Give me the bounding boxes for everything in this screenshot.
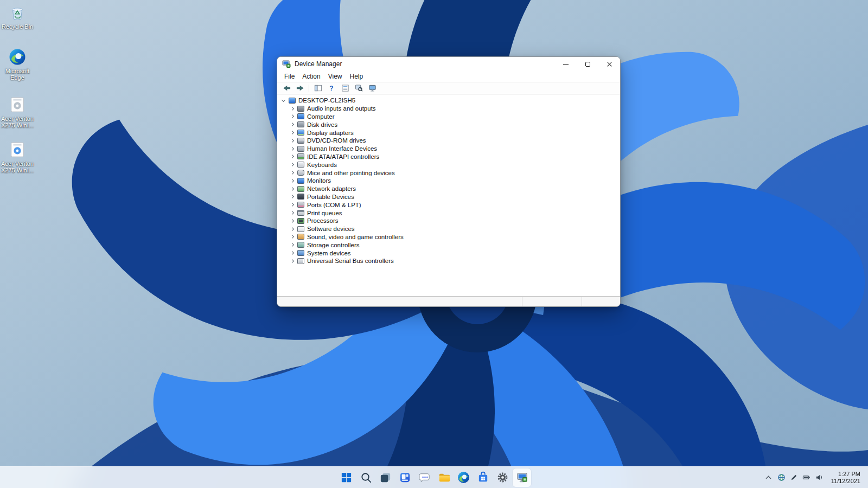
device-manager-taskbar-button[interactable] — [513, 468, 531, 487]
tree-item[interactable]: DVD/CD-ROM drives — [277, 137, 620, 145]
edge-button[interactable] — [454, 468, 473, 487]
device-manager-app-icon — [282, 60, 291, 68]
widgets-button[interactable] — [395, 468, 414, 487]
desktop-icon-recycle-bin[interactable]: Recycle Bin — [1, 3, 34, 30]
close-button[interactable] — [598, 57, 620, 71]
settings-button[interactable] — [493, 468, 512, 487]
chevron-right-icon[interactable] — [290, 179, 294, 183]
properties-icon — [341, 84, 349, 92]
menu-item[interactable]: File — [280, 72, 298, 81]
tree-item[interactable]: Portable Devices — [277, 193, 620, 201]
file-explorer-button[interactable] — [435, 468, 453, 487]
computer-icon — [289, 98, 296, 104]
tree-item[interactable]: Audio inputs and outputs — [277, 105, 620, 113]
tree-item[interactable]: Keyboards — [277, 160, 620, 169]
device-manager-window[interactable]: Device Manager File Action View Help — [277, 56, 621, 307]
chevron-down-icon[interactable] — [282, 98, 285, 102]
scan-for-hardware-changes-button[interactable] — [353, 83, 365, 93]
tree-item[interactable]: System devices — [277, 249, 620, 257]
maximize-button[interactable] — [577, 57, 598, 71]
desktop-icon-acer-setup-1[interactable]: Acer Veriton X275 WinI... — [1, 95, 34, 129]
chevron-right-icon[interactable] — [290, 123, 294, 126]
chevron-right-icon[interactable] — [290, 211, 294, 215]
tree-item[interactable]: Computer — [277, 113, 620, 121]
chevron-right-icon[interactable] — [290, 187, 294, 191]
chevron-right-icon[interactable] — [290, 139, 294, 143]
chevron-right-icon[interactable] — [290, 114, 294, 118]
tray-overflow-button[interactable] — [765, 473, 771, 483]
tree-item[interactable]: Display adapters — [277, 129, 620, 137]
chevron-right-icon[interactable] — [290, 195, 294, 198]
tree-root-label: DESKTOP-CL2ISH5 — [298, 97, 355, 104]
chevron-right-icon[interactable] — [290, 235, 294, 239]
tree-item[interactable]: Disk drives — [277, 120, 620, 129]
tree-item-label: Mice and other pointing devices — [307, 170, 395, 176]
minimize-button[interactable] — [555, 57, 577, 71]
close-icon — [607, 61, 612, 67]
menu-item[interactable]: Action — [298, 72, 324, 81]
show-hide-console-tree-button[interactable] — [312, 83, 324, 93]
tree-item-label: Monitors — [307, 177, 331, 184]
menu-item[interactable]: View — [324, 72, 346, 81]
tree-item[interactable]: Sound, video and game controllers — [277, 233, 620, 241]
chevron-right-icon[interactable] — [290, 219, 294, 223]
devices-view-button[interactable] — [366, 83, 378, 93]
back-button[interactable] — [280, 83, 292, 93]
portable-device-icon — [297, 194, 304, 200]
chevron-right-icon[interactable] — [290, 259, 294, 263]
recycle-bin-icon — [8, 3, 27, 22]
chevron-right-icon[interactable] — [290, 251, 294, 255]
chevron-right-icon[interactable] — [290, 203, 294, 207]
tree-item-label: Portable Devices — [307, 194, 354, 200]
desktop-icon-label: Acer Veriton X275 WinI... — [1, 115, 34, 129]
tree-item-label: Keyboards — [307, 162, 337, 168]
back-icon — [283, 84, 291, 92]
chevron-right-icon[interactable] — [290, 147, 294, 151]
search-button[interactable] — [356, 468, 375, 487]
menu-item[interactable]: Help — [346, 72, 367, 81]
store-button[interactable] — [474, 468, 492, 487]
tree-item-label: Ports (COM & LPT) — [307, 202, 361, 208]
title-bar[interactable]: Device Manager — [277, 57, 620, 71]
computer-monitor-icon — [368, 84, 376, 92]
tree-item-label: Network adapters — [307, 185, 356, 192]
taskbar-clock[interactable]: 1:27 PM 11/12/2021 — [829, 470, 863, 486]
tree-item-label: Storage controllers — [307, 242, 360, 248]
speaker-icon — [297, 106, 304, 112]
chevron-right-icon[interactable] — [290, 131, 294, 134]
tree-item[interactable]: Ports (COM & LPT) — [277, 201, 620, 209]
chevron-right-icon[interactable] — [290, 227, 294, 231]
start-button[interactable] — [337, 468, 355, 487]
tree-item[interactable]: Print queues — [277, 209, 620, 217]
properties-button[interactable] — [339, 83, 351, 93]
chevron-right-icon[interactable] — [290, 171, 294, 175]
task-view-button[interactable] — [376, 468, 394, 487]
desktop-icon-acer-setup-2[interactable]: Acer Veriton X275 WinI... — [1, 140, 34, 174]
forward-button[interactable] — [294, 83, 306, 93]
tree-item[interactable]: Storage controllers — [277, 241, 620, 249]
chevron-right-icon[interactable] — [290, 155, 294, 158]
desktop-icon-microsoft-edge[interactable]: Microsoft Edge — [1, 48, 34, 81]
tree-item[interactable]: Mice and other pointing devices — [277, 169, 620, 177]
chevron-right-icon[interactable] — [290, 107, 294, 111]
tree-item-label: Print queues — [307, 210, 342, 216]
tray-icons[interactable] — [776, 471, 824, 484]
chevron-right-icon[interactable] — [290, 163, 294, 166]
tree-item-label: System devices — [307, 250, 351, 256]
desktop-icon-label: Recycle Bin — [2, 23, 33, 30]
tree-item-label: Human Interface Devices — [307, 145, 377, 152]
tree-item[interactable]: Monitors — [277, 177, 620, 185]
chevron-right-icon[interactable] — [290, 243, 294, 247]
tree-item[interactable]: IDE ATA/ATAPI controllers — [277, 153, 620, 161]
tree-item[interactable]: Software devices — [277, 225, 620, 233]
tree-item[interactable]: Human Interface Devices — [277, 145, 620, 153]
tree-item[interactable]: Network adapters — [277, 185, 620, 193]
tree-item[interactable]: Universal Serial Bus controllers — [277, 257, 620, 265]
pen-icon — [790, 473, 798, 481]
tree-root-node[interactable]: DESKTOP-CL2ISH5 — [277, 97, 620, 105]
chat-button[interactable] — [415, 468, 433, 487]
help-button[interactable]: ? — [326, 83, 337, 93]
tree-item[interactable]: Processors — [277, 217, 620, 225]
display-adapter-icon — [297, 130, 304, 136]
tree-item-label: DVD/CD-ROM drives — [307, 137, 366, 144]
